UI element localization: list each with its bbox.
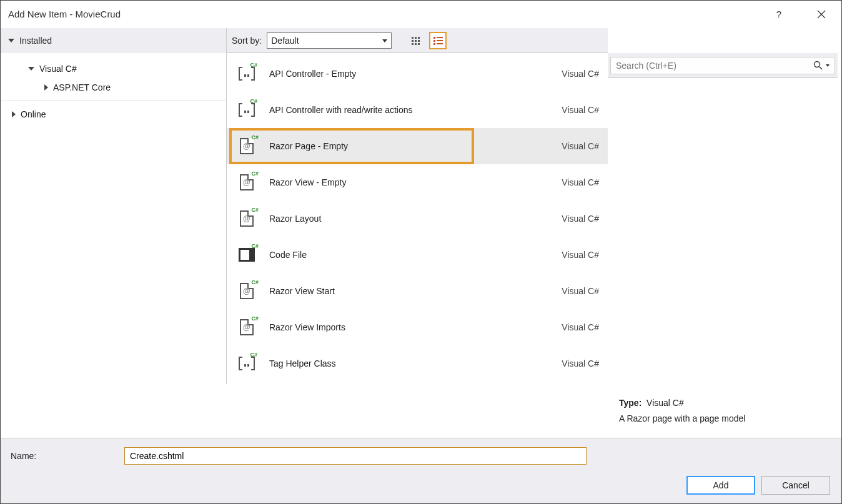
dialog-window: Add New Item - MovieCrud ? Installed Vis… — [0, 0, 842, 504]
template-icon: @C# — [235, 316, 258, 338]
template-item[interactable]: C#Code FileVisual C# — [227, 237, 608, 273]
code-file-icon: C# — [237, 245, 256, 264]
template-item[interactable]: @C#Razor View StartVisual C# — [227, 273, 608, 309]
template-icon: C# — [235, 99, 258, 121]
template-language: Visual C# — [562, 105, 599, 115]
details-pane: Type: Visual C# A Razor page with a page… — [608, 384, 838, 438]
view-grid-button[interactable] — [407, 32, 424, 49]
template-item[interactable]: @C#Razor LayoutVisual C# — [227, 200, 608, 237]
template-icon: C# — [235, 62, 258, 85]
template-icon: @C# — [235, 280, 258, 302]
details-description: A Razor page with a page model — [619, 411, 826, 427]
template-language: Visual C# — [562, 69, 599, 79]
razor-page-icon: @C# — [237, 137, 256, 156]
controller-icon: C# — [237, 101, 256, 119]
template-language: Visual C# — [562, 358, 599, 368]
razor-page-icon: @C# — [237, 282, 256, 300]
svg-point-0 — [815, 61, 820, 67]
sidebar-header-label: Installed — [19, 36, 52, 46]
template-item[interactable]: C#API Controller - EmptyVisual C# — [227, 56, 608, 92]
template-item[interactable]: C#API Controller with read/write actions… — [227, 92, 608, 128]
add-button[interactable]: Add — [686, 476, 755, 495]
chevron-down-icon — [8, 39, 14, 42]
cancel-button[interactable]: Cancel — [761, 476, 830, 495]
tree-node-visual-csharp[interactable]: Visual C# — [1, 59, 226, 78]
center-toolbar: Sort by: Default — [227, 28, 608, 53]
template-list-container: C#API Controller - EmptyVisual C#C#API C… — [227, 53, 608, 384]
template-language: Visual C# — [562, 141, 599, 151]
template-list: C#API Controller - EmptyVisual C#C#API C… — [227, 53, 608, 384]
details-type-value: Visual C# — [646, 398, 684, 408]
close-icon — [817, 10, 826, 19]
template-language: Visual C# — [562, 214, 599, 224]
sort-value: Default — [271, 36, 299, 46]
details-type-row: Type: Visual C# — [619, 395, 826, 411]
template-name: Razor View Start — [269, 286, 550, 296]
tree-node-label: Online — [21, 109, 46, 119]
template-language: Visual C# — [562, 286, 599, 296]
template-name: Code File — [269, 250, 550, 260]
template-scroll[interactable]: C#API Controller - EmptyVisual C#C#API C… — [227, 53, 608, 384]
svg-line-1 — [820, 67, 822, 69]
view-list-button[interactable] — [429, 32, 447, 49]
chevron-right-icon — [12, 111, 16, 117]
close-button[interactable] — [809, 5, 834, 24]
template-name: Razor View - Empty — [269, 177, 550, 187]
template-item[interactable]: @C#Razor Page - EmptyVisual C# — [227, 128, 608, 164]
template-language: Visual C# — [562, 250, 599, 260]
divider — [1, 101, 226, 101]
controller-icon: C# — [237, 64, 256, 83]
name-row: Name: — [11, 447, 831, 465]
tree-node-label: ASP.NET Core — [53, 82, 111, 92]
list-icon — [433, 37, 443, 45]
template-language: Visual C# — [562, 322, 599, 332]
controller-icon: C# — [237, 354, 256, 373]
template-name: Razor View Imports — [269, 322, 550, 332]
razor-page-icon: @C# — [237, 318, 256, 337]
search-icon[interactable] — [813, 61, 830, 71]
chevron-down-icon — [382, 39, 387, 42]
main-area: Installed Visual C# ASP.NET Core Online — [1, 28, 841, 438]
template-icon: @C# — [235, 135, 258, 157]
template-item[interactable]: @C#Razor View - EmptyVisual C# — [227, 164, 608, 200]
footer: Name: Add Cancel — [1, 438, 841, 503]
template-icon: @C# — [235, 171, 258, 194]
tree-node-online[interactable]: Online — [1, 105, 226, 124]
template-icon: @C# — [235, 207, 258, 230]
details-type-label: Type: — [619, 398, 641, 408]
template-icon: C# — [235, 352, 258, 375]
chevron-down-icon — [28, 67, 34, 71]
help-button[interactable]: ? — [766, 5, 791, 24]
search-box[interactable] — [610, 57, 835, 74]
sort-dropdown[interactable]: Default — [267, 32, 392, 49]
chevron-down-icon — [826, 64, 830, 67]
grid-icon — [412, 37, 420, 45]
template-item[interactable]: C#Tag Helper ClassVisual C# — [227, 345, 608, 382]
razor-page-icon: @C# — [237, 173, 256, 192]
footer-buttons: Add Cancel — [11, 476, 831, 495]
template-name: Tag Helper Class — [269, 358, 550, 368]
name-input[interactable] — [124, 447, 587, 465]
tree-node-label: Visual C# — [39, 64, 77, 74]
chevron-right-icon — [44, 84, 48, 91]
template-name: API Controller with read/write actions — [269, 105, 550, 115]
tree-node-aspnet-core[interactable]: ASP.NET Core — [1, 78, 226, 97]
razor-page-icon: @C# — [237, 209, 256, 228]
template-language: Visual C# — [562, 177, 599, 187]
template-item[interactable]: @C#Razor View ImportsVisual C# — [227, 309, 608, 345]
template-icon: C# — [235, 244, 258, 266]
title-bar: Add New Item - MovieCrud ? — [1, 1, 841, 28]
sidebar-tree: Visual C# ASP.NET Core Online — [1, 53, 226, 130]
template-name: API Controller - Empty — [269, 69, 550, 79]
sidebar-header-installed[interactable]: Installed — [1, 28, 226, 53]
sidebar: Installed Visual C# ASP.NET Core Online — [1, 28, 227, 384]
window-controls: ? — [766, 5, 834, 24]
right-header — [608, 53, 838, 78]
name-label: Name: — [11, 451, 117, 461]
template-name: Razor Page - Empty — [269, 141, 550, 151]
sort-label: Sort by: — [232, 36, 262, 46]
template-name: Razor Layout — [269, 214, 550, 224]
window-title: Add New Item - MovieCrud — [8, 9, 121, 19]
search-input[interactable] — [616, 61, 813, 71]
template-item[interactable]: C#Middleware ClassVisual C# — [227, 382, 608, 384]
